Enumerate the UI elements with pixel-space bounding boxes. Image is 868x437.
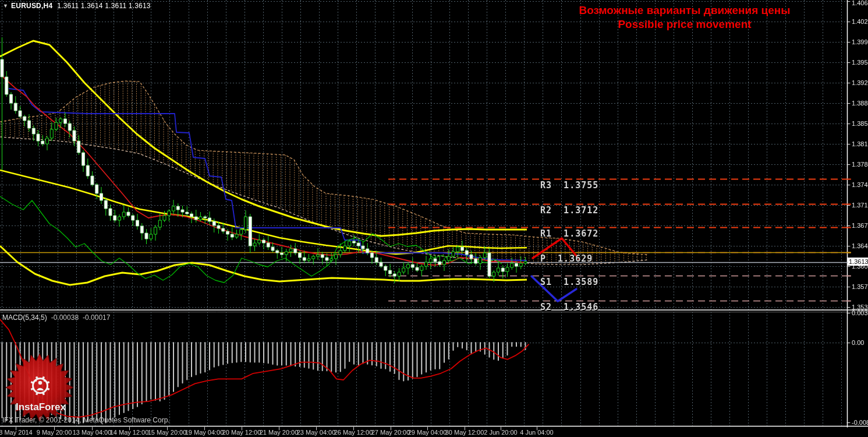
pivot-label-r3: R3 1.3755 <box>540 180 598 191</box>
macd-indicator-header: MACD(5,34,5)-0.00038-0.00017 <box>2 313 110 322</box>
annotation-line-ru: Возможные варианты движения цены <box>551 3 819 17</box>
chart-title: ▼EURUSD,H41.3611 1.3614 1.3611 1.3613 <box>3 2 151 10</box>
pivot-label-s2: S2 1.3546 <box>540 302 598 312</box>
pivot-label-s1: S1 1.3589 <box>540 277 598 287</box>
macd-signal-value: -0.00017 <box>83 313 110 322</box>
symbol-dropdown-icon[interactable]: ▼ <box>3 3 8 9</box>
pivot-label-p: P 1.3629 <box>540 253 593 264</box>
chart-canvas[interactable] <box>0 0 868 437</box>
pivot-label-r1: R1 1.3672 <box>540 228 598 239</box>
symbol-label: EURUSD,H4 <box>11 2 52 10</box>
brand-name: InstaForex <box>16 401 66 413</box>
price-axis[interactable] <box>848 0 868 437</box>
annotation-line-en: Possible price movement <box>551 17 819 31</box>
macd-value: -0.00038 <box>51 313 79 322</box>
time-axis[interactable] <box>0 427 847 437</box>
platform-copyright: IFX Trader, © 2001-2014, MetaQuotes Soft… <box>2 416 170 424</box>
pivot-label-r2: R2 1.3712 <box>540 205 598 216</box>
mt4-chart-window: ▼EURUSD,H41.3611 1.3614 1.3611 1.3613 Во… <box>0 0 868 437</box>
macd-name: MACD(5,34,5) <box>2 313 47 322</box>
annotation-text: Возможные варианты движения цены Possibl… <box>551 3 819 31</box>
ohlc-quotes: 1.3611 1.3614 1.3611 1.3613 <box>57 2 150 10</box>
current-price-badge: 1.3613 <box>848 258 868 266</box>
